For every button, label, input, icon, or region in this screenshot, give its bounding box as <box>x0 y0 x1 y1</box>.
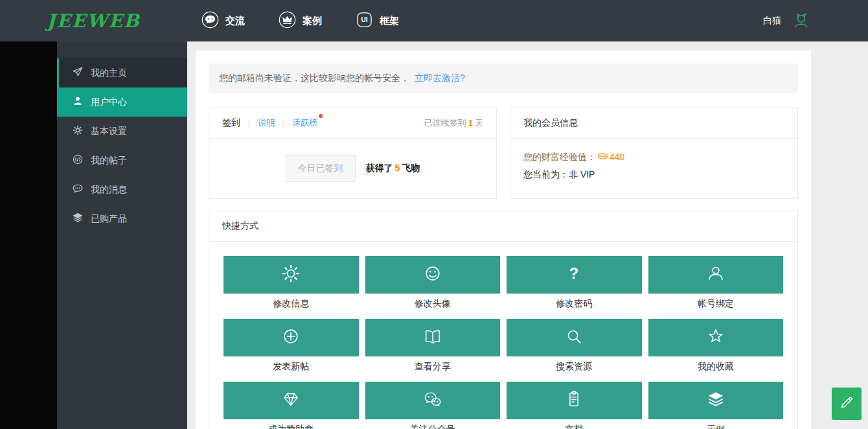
gear-icon <box>73 125 83 137</box>
ui-frame-icon: UI <box>356 11 373 30</box>
reward-text: 获得了5飞吻 <box>366 163 420 174</box>
shortcut-label: 修改信息 <box>223 298 359 310</box>
shortcut-wechat-official: 关注公众号 <box>365 382 501 429</box>
shortcut-docs-button[interactable] <box>507 382 642 419</box>
membership-card-header: 我的会员信息 <box>510 108 797 139</box>
sidebar-item-label: 我的主页 <box>91 67 127 79</box>
nav-item-label: 框架 <box>380 15 399 27</box>
pencil-icon <box>839 395 854 412</box>
membership-card-body: 您的财富经验值： 440 您当前为：非 VIP <box>510 139 797 192</box>
level-line: 您当前为：非 VIP <box>523 166 784 183</box>
level-value: 非 VIP <box>569 169 595 180</box>
sidebar-item-label: 已购产品 <box>91 213 127 225</box>
reward-prefix: 获得了 <box>366 163 393 173</box>
logo[interactable]: JEEWEB <box>47 10 140 32</box>
shortcut-edit-avatar-button[interactable] <box>365 256 501 294</box>
top-navbar: JEEWEB 交流 案例 <box>0 0 868 41</box>
notification-dot <box>319 114 323 118</box>
shortcut-label: 查看分享 <box>365 361 501 373</box>
shortcut-search-resources: 搜索资源 <box>507 319 642 373</box>
shortcut-label: 我的收藏 <box>648 361 784 373</box>
shortcut-label: 文档 <box>507 424 642 429</box>
sidebar-item-label: 我的消息 <box>91 184 127 196</box>
shortcut-bind-account-button[interactable] <box>648 256 784 294</box>
open-book-icon <box>423 327 442 349</box>
membership-title: 我的会员信息 <box>523 117 578 129</box>
left-gutter <box>0 41 57 429</box>
sidebar-item-posts[interactable]: 我的帖子 <box>57 146 187 175</box>
smiley-icon <box>423 264 442 286</box>
star-icon <box>706 327 725 349</box>
shortcut-label: 搜索资源 <box>507 361 642 373</box>
signin-card: 签到 | 说明 | 活跃榜 已连续签到1天 今日已签到 <box>209 108 497 199</box>
user-icon <box>73 96 83 108</box>
shortcut-new-post-button[interactable] <box>223 319 359 356</box>
plus-circle-icon <box>281 327 301 349</box>
message-icon <box>73 183 83 196</box>
cat-avatar-icon[interactable] <box>793 12 810 29</box>
sidebar-item-label: 基本设置 <box>91 126 127 137</box>
reward-value: 5 <box>395 163 400 173</box>
nav-item-label: 案例 <box>303 15 322 27</box>
layers-icon <box>73 213 83 225</box>
shortcut-change-password-button[interactable]: ? <box>507 256 642 294</box>
edit-fab[interactable] <box>832 388 862 420</box>
sidebar-item-purchased[interactable]: 已购产品 <box>57 204 187 233</box>
shortcut-label: 关注公众号 <box>365 424 501 429</box>
activate-link[interactable]: 立即去激活? <box>415 73 465 84</box>
top-cards-row: 签到 | 说明 | 活跃榜 已连续签到1天 今日已签到 <box>209 108 798 199</box>
shortcut-favorites-button[interactable] <box>648 319 784 356</box>
chat-icon <box>201 11 219 30</box>
shortcut-sponsor-button[interactable] <box>223 382 359 419</box>
email-alert: 您的邮箱尚未验证，这比较影响您的帐号安全， 立即去激活? <box>209 64 798 93</box>
streak-prefix: 已连续签到 <box>424 118 466 128</box>
gear-icon <box>281 264 301 286</box>
shortcut-examples-button[interactable] <box>648 382 784 419</box>
signin-card-body: 今日已签到 获得了5飞吻 <box>209 139 496 198</box>
active-rank-link[interactable]: 活跃榜 <box>292 118 317 128</box>
sidebar-item-messages[interactable]: 我的消息 <box>57 175 187 204</box>
wealth-label: 您的财富经验值： <box>523 148 596 166</box>
wealth-value: 440 <box>610 148 624 166</box>
shortcut-new-post: 发表新帖 <box>223 319 359 373</box>
sidebar-item-settings[interactable]: 基本设置 <box>57 117 187 146</box>
wealth-line: 您的财富经验值： 440 <box>523 148 784 166</box>
code-icon <box>73 154 83 167</box>
shortcuts-title: 快捷方式 <box>222 220 258 232</box>
shortcut-wechat-official-button[interactable] <box>365 382 501 419</box>
layers-icon <box>706 389 725 412</box>
svg-text:?: ? <box>569 265 578 282</box>
shortcut-sponsor: 成为赞助商 <box>223 382 359 429</box>
username[interactable]: 白猫 <box>763 15 781 27</box>
main-nav: 交流 案例 UI 框架 <box>201 11 399 30</box>
svg-text:UI: UI <box>361 16 367 23</box>
nav-item-cases[interactable]: 案例 <box>279 11 322 30</box>
shortcuts-card: 快捷方式 修改信息 <box>209 211 798 429</box>
shortcut-docs: 文档 <box>507 382 642 429</box>
shortcut-search-resources-button[interactable] <box>507 319 642 356</box>
wechat-icon <box>423 389 442 412</box>
shortcut-label: 修改头像 <box>365 298 501 310</box>
level-label: 您当前为： <box>523 169 569 180</box>
signin-help-link[interactable]: 说明 <box>258 117 275 129</box>
page: { "colors": { "brand_green": "#2BB44E", … <box>0 0 868 429</box>
page-body: 我的主页 用户中心 基本设置 <box>0 41 868 429</box>
shortcuts-card-header: 快捷方式 <box>209 211 797 242</box>
shortcut-edit-info-button[interactable] <box>223 256 359 294</box>
user-icon <box>706 264 725 286</box>
streak-value: 1 <box>468 118 473 128</box>
shortcut-view-shares-button[interactable] <box>365 319 501 356</box>
sidebar-item-home[interactable]: 我的主页 <box>57 58 187 87</box>
streak-text: 已连续签到1天 <box>424 117 483 129</box>
signed-in-button[interactable]: 今日已签到 <box>286 155 356 182</box>
shortcut-view-shares: 查看分享 <box>365 319 501 373</box>
shortcut-bind-account: 帐号绑定 <box>648 256 784 310</box>
sidebar-item-user-center[interactable]: 用户中心 <box>57 87 187 117</box>
main-panel: 您的邮箱尚未验证，这比较影响您的帐号安全， 立即去激活? 签到 | 说明 | 活… <box>196 51 811 429</box>
sidebar-item-label: 我的帖子 <box>91 155 127 167</box>
shortcut-label: 示例 <box>648 424 784 429</box>
separator: | <box>282 119 284 128</box>
separator: | <box>248 119 250 128</box>
nav-item-framework[interactable]: UI 框架 <box>356 11 399 30</box>
nav-item-chat[interactable]: 交流 <box>201 11 245 30</box>
